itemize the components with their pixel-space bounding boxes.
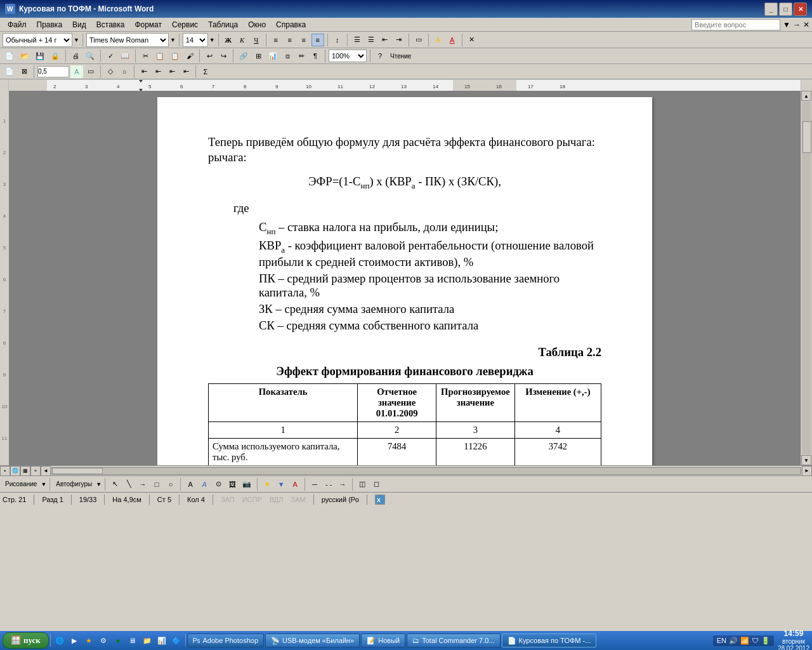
volume-icon[interactable]: 🔊	[729, 637, 738, 645]
ql-5[interactable]: 🖥	[126, 634, 139, 647]
read-mode-button[interactable]: Чтение	[388, 50, 414, 62]
minimize-button[interactable]: _	[764, 3, 778, 16]
indent-btn4[interactable]: ⇤	[180, 65, 192, 78]
margin-input[interactable]	[37, 66, 69, 77]
start-button[interactable]: 🪟 пуск	[3, 632, 49, 649]
h-scroll-thumb[interactable]	[52, 468, 103, 474]
scroll-thumb[interactable]	[802, 121, 811, 153]
copy-button[interactable]: 📋	[153, 50, 167, 62]
outline-view-button[interactable]: ≡	[30, 466, 41, 476]
underline-button[interactable]: Ч	[250, 34, 263, 46]
decrease-indent-button[interactable]: ⇤	[379, 34, 391, 46]
table-button[interactable]: ⊞	[252, 50, 265, 62]
menu-edit[interactable]: Правка	[32, 19, 68, 30]
maximize-button[interactable]: □	[779, 3, 792, 16]
insert-excel-button[interactable]: 📊	[266, 50, 280, 62]
undo-button[interactable]: ↩	[203, 50, 216, 62]
bold-button[interactable]: Ж	[222, 34, 235, 46]
taskbar-commander[interactable]: 🗂 Total Commander 7.0...	[407, 633, 500, 647]
normal-view-button[interactable]: ▪	[0, 466, 10, 476]
ql-4[interactable]: ●	[112, 634, 124, 647]
menu-table[interactable]: Таблица	[203, 19, 243, 30]
select-tool[interactable]: ↖	[108, 478, 121, 491]
formatting-marks-button[interactable]: ¶	[309, 50, 322, 62]
dash-style[interactable]: - -	[322, 478, 335, 491]
increase-indent-button[interactable]: ⇥	[393, 34, 405, 46]
cut-button[interactable]: ✂	[139, 50, 152, 62]
ql-3[interactable]: ⚙	[97, 634, 110, 647]
page-view-buttons[interactable]: ▪ 🌐 ▦ ≡	[0, 466, 41, 476]
taskbar-usb[interactable]: 📡 USB-модем «Билайн»	[265, 633, 360, 647]
help-button[interactable]: ?	[374, 50, 386, 62]
highlight-button[interactable]: A	[432, 34, 445, 46]
fill-color-btn[interactable]: ▭	[84, 65, 97, 78]
align-right-button[interactable]: ≡	[298, 34, 310, 46]
font-size-select[interactable]: 14	[183, 33, 208, 47]
drawing-menu[interactable]: Рисование	[3, 478, 39, 491]
font-select[interactable]: Times New Roman	[86, 33, 169, 47]
oval-tool[interactable]: ○	[164, 478, 177, 491]
ql-ie[interactable]: 🌐	[53, 634, 66, 647]
menu-format[interactable]: Формат	[129, 19, 167, 30]
shape-btn[interactable]: ◇	[104, 65, 117, 78]
drawing-button[interactable]: ✏	[295, 50, 308, 62]
3d-style[interactable]: ◻	[370, 478, 383, 491]
scroll-up-button[interactable]: ▲	[801, 91, 811, 101]
ql-1[interactable]: ▶	[68, 634, 81, 647]
taskbar-word-active[interactable]: 📄 Курсовая по ТОФМ -...	[502, 633, 597, 647]
document-scroll-area[interactable]: Теперь приведём общую формулу для расчёт…	[9, 91, 801, 465]
autoshapes-dropdown[interactable]: ▼	[96, 481, 102, 488]
align-left-button[interactable]: ≡	[270, 34, 282, 46]
scroll-down-button[interactable]: ▼	[801, 455, 811, 465]
zoom-select[interactable]: 100%	[329, 50, 367, 62]
redo-button[interactable]: ↪	[217, 50, 230, 62]
insert-clipart-tool[interactable]: 🖼	[226, 478, 239, 491]
vertical-scrollbar[interactable]: ▲ ▼	[801, 91, 812, 465]
line-tool[interactable]: ╲	[122, 478, 135, 491]
help-dropdown-icon[interactable]: ▼	[783, 20, 790, 29]
lang-indicator[interactable]: EN	[717, 637, 726, 644]
research-button[interactable]: 📖	[118, 50, 132, 62]
security-icon[interactable]: 🛡	[752, 637, 759, 644]
font-color-draw[interactable]: A	[289, 478, 301, 491]
help-search-icon[interactable]: →	[793, 20, 801, 29]
menu-file[interactable]: Файл	[3, 19, 32, 30]
ql-6[interactable]: 📁	[141, 634, 154, 647]
indent-btn2[interactable]: ⇤	[152, 65, 164, 78]
toolbar-extra-2[interactable]: ⊠	[18, 65, 30, 78]
numbering-button[interactable]: ☰	[365, 34, 377, 46]
line-style[interactable]: ─	[308, 478, 321, 491]
window-controls[interactable]: _ □ ✕	[764, 3, 807, 16]
menu-help[interactable]: Справка	[271, 19, 311, 30]
ql-2[interactable]: ★	[82, 634, 95, 647]
paste-button[interactable]: 📋	[168, 50, 182, 62]
taskbar-photoshop[interactable]: Ps Adobe Photoshop	[187, 633, 264, 647]
save-button[interactable]: 💾	[33, 50, 47, 62]
menu-service[interactable]: Сервис	[167, 19, 203, 30]
border-button[interactable]: ▭	[412, 34, 425, 46]
indent-btn3[interactable]: ⇤	[166, 65, 178, 78]
menu-window[interactable]: Окно	[243, 19, 271, 30]
line-color-draw[interactable]: ▼	[275, 478, 287, 491]
autoshapes-button[interactable]: Автофигуры	[53, 478, 95, 491]
taskbar-new[interactable]: 📝 Новый	[361, 633, 405, 647]
style-select[interactable]: Обычный + 14 г	[3, 33, 72, 47]
ql-7[interactable]: 📊	[155, 634, 168, 647]
horizontal-scrollbar[interactable]: ▪ 🌐 ▦ ≡ ◄ ►	[0, 465, 812, 475]
scroll-track[interactable]	[802, 102, 811, 454]
close-toolbar-button[interactable]: ✕	[466, 34, 478, 46]
ql-8[interactable]: 🔷	[170, 634, 183, 647]
columns-button[interactable]: ⧈	[281, 50, 294, 62]
help-input[interactable]	[691, 19, 780, 30]
arrow-tool[interactable]: →	[136, 478, 149, 491]
print-view-button[interactable]: ▦	[20, 466, 30, 476]
wordart-tool[interactable]: A	[198, 478, 211, 491]
insert-image-tool[interactable]: 📷	[240, 478, 254, 491]
formula-btn[interactable]: Σ	[199, 65, 212, 78]
print-preview-button[interactable]: 🔍	[83, 50, 97, 62]
permission-button[interactable]: 🔒	[48, 50, 62, 62]
indent-btn[interactable]: ⇤	[138, 65, 150, 78]
shape-btn2[interactable]: ○	[118, 65, 131, 78]
menu-insert[interactable]: Вставка	[91, 19, 130, 30]
insert-diagram-tool[interactable]: ⊙	[212, 478, 225, 491]
